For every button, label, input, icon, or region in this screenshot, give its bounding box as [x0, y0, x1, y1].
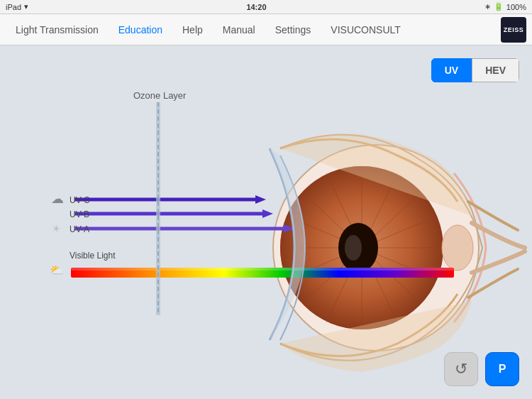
nav-item-manual[interactable]: Manual: [213, 14, 265, 45]
svg-marker-28: [262, 209, 273, 218]
svg-line-11: [362, 195, 419, 248]
svg-rect-24: [71, 268, 454, 270]
svg-marker-30: [284, 224, 294, 233]
svg-line-16: [326, 248, 362, 322]
svg-line-5: [305, 195, 362, 248]
svg-text:☀: ☀: [52, 223, 61, 234]
svg-text:UV-A: UV-A: [70, 224, 89, 234]
svg-point-22: [442, 225, 473, 270]
toggle-group: UV HEV: [431, 58, 519, 82]
history-button[interactable]: ↺: [444, 352, 478, 386]
nav-item-settings[interactable]: Settings: [265, 14, 321, 45]
svg-rect-31: [156, 102, 160, 315]
svg-line-18: [362, 248, 429, 276]
main-content: ☁ UV-C UV-B ☀ UV-A ⛅ Visible Light Ozone…: [0, 45, 532, 399]
svg-rect-0: [0, 45, 532, 399]
hev-button[interactable]: HEV: [472, 58, 519, 82]
svg-text:☁: ☁: [51, 192, 64, 206]
nav-item-light-transmission[interactable]: Light Transmission: [6, 14, 109, 45]
nav-item-education[interactable]: Education: [109, 14, 172, 45]
svg-text:Visible Light: Visible Light: [70, 251, 116, 261]
battery-icon: 🔋: [494, 2, 504, 11]
svg-marker-26: [255, 195, 266, 204]
svg-point-2: [280, 166, 443, 329]
svg-line-19: [362, 219, 429, 248]
svg-rect-23: [71, 268, 454, 278]
status-time: 14:20: [246, 3, 266, 11]
battery-label: 100%: [506, 3, 526, 11]
bottom-buttons: ↺ P: [444, 352, 519, 386]
status-right: ∗ 🔋 100%: [484, 2, 526, 11]
svg-text:⛅: ⛅: [50, 263, 64, 277]
history-icon: ↺: [455, 360, 467, 378]
wifi-icon: ▾: [24, 2, 28, 11]
svg-point-1: [273, 145, 479, 351]
presentation-icon: P: [499, 363, 506, 376]
nav-bar: Light Transmission Education Help Manual…: [0, 14, 532, 45]
nav-item-help[interactable]: Help: [172, 14, 213, 45]
svg-line-17: [362, 248, 397, 322]
svg-line-13: [362, 173, 397, 248]
svg-point-20: [338, 223, 378, 273]
svg-line-12: [326, 173, 362, 248]
bluetooth-icon: ∗: [484, 2, 491, 11]
uv-button[interactable]: UV: [431, 58, 472, 82]
svg-line-15: [294, 248, 362, 276]
svg-line-14: [294, 219, 362, 248]
svg-point-3: [280, 166, 443, 329]
status-left: iPad ▾: [6, 2, 28, 11]
presentation-button[interactable]: P: [485, 352, 519, 386]
zeiss-logo: ZEISS: [501, 17, 526, 43]
svg-text:UV-B: UV-B: [70, 209, 89, 219]
ipad-label: iPad: [6, 3, 21, 11]
svg-line-9: [362, 248, 419, 301]
svg-line-7: [305, 248, 362, 301]
status-bar: iPad ▾ 14:20 ∗ 🔋 100%: [0, 0, 532, 14]
nav-item-visuconsult[interactable]: VISUCONSULT: [321, 14, 411, 45]
svg-text:Ozone Layer: Ozone Layer: [133, 90, 187, 101]
svg-text:UV-C: UV-C: [70, 195, 90, 205]
svg-point-21: [345, 235, 362, 261]
